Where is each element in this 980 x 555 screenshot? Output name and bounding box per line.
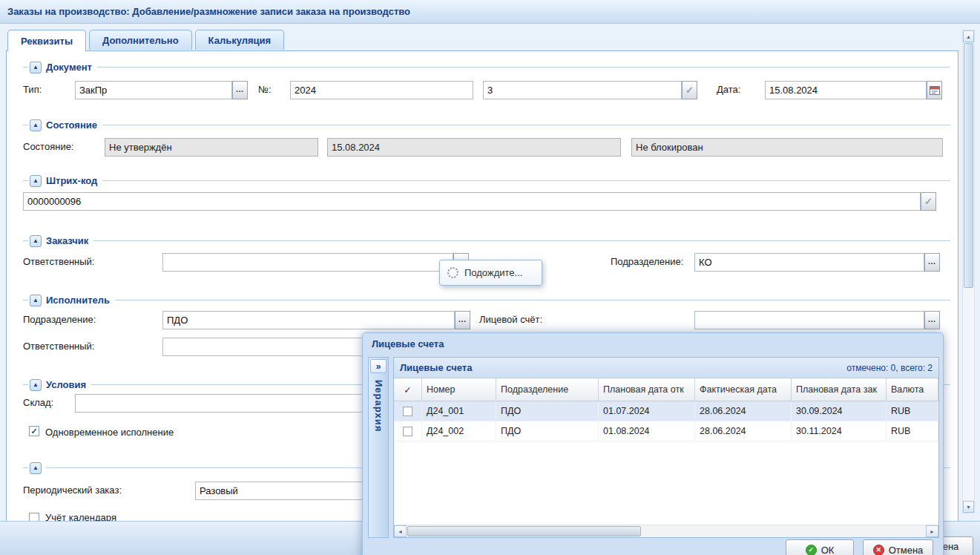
doc-date-field[interactable] [765, 81, 927, 99]
table-row[interactable]: Д24_002 ПДО 01.08.2024 28.06.2024 30.11.… [394, 421, 938, 441]
cancel-button[interactable]: ✕ Отмена [863, 539, 933, 555]
customer-responsible-field[interactable] [162, 253, 453, 272]
column-header-planned-close[interactable]: Плановая дата зак [792, 378, 887, 401]
scroll-left-button[interactable]: ◄ [394, 525, 407, 537]
cell-planned-open: 01.07.2024 [599, 401, 695, 421]
state-label: Состояние: [23, 141, 73, 152]
scroll-up-button[interactable]: ▲ [963, 30, 974, 42]
button-label: Отмена [889, 545, 924, 555]
doc-date-picker-button[interactable] [927, 81, 942, 99]
column-label: Номер [427, 384, 455, 395]
collapse-icon[interactable]: ▲ [30, 119, 42, 131]
column-header-currency[interactable]: Валюта [887, 378, 938, 401]
cell-department: ПДО [496, 421, 599, 441]
cell-planned-close: 30.11.2024 [792, 421, 887, 441]
executor-account-browse-button[interactable]: … [924, 311, 940, 329]
vertical-scrollbar[interactable]: ▲ ▼ [962, 30, 975, 513]
doc-date-label: Дата: [717, 84, 740, 95]
simultaneous-checkbox[interactable]: ✓ [29, 426, 39, 436]
collapse-icon[interactable]: ▲ [30, 62, 42, 73]
legend-line [93, 240, 950, 241]
check-icon: ✓ [924, 197, 933, 206]
customer-department-field[interactable] [694, 253, 924, 272]
barcode-check-button[interactable]: ✓ [921, 192, 936, 211]
column-header-number[interactable]: Номер [422, 378, 496, 401]
horizontal-scrollbar[interactable]: ◄ ► [394, 525, 938, 537]
scroll-right-button[interactable]: ► [926, 525, 938, 537]
column-header-department[interactable]: Подразделение [496, 378, 599, 401]
legend-line [97, 67, 950, 68]
doc-number-year-field[interactable] [290, 81, 473, 99]
cell-currency: RUB [887, 421, 938, 441]
executor-responsible-label: Ответственный: [23, 341, 94, 352]
doc-type-browse-button[interactable]: … [232, 81, 248, 99]
doc-type-field[interactable] [75, 81, 232, 99]
hierarchy-panel-label: Иерархия [373, 380, 384, 432]
column-header-planned-open[interactable]: Плановая дата отк [599, 378, 695, 401]
accounts-window-titlebar[interactable]: Лицевые счета [363, 333, 943, 354]
simultaneous-label: Одновременное исполнение [45, 427, 174, 438]
row-checkbox[interactable] [403, 427, 412, 436]
customer-department-browse-button[interactable]: … [924, 253, 940, 272]
tab-label: Реквизиты [21, 36, 73, 47]
ellipsis-icon: … [236, 85, 245, 93]
doc-number-check-button[interactable]: ✓ [682, 81, 697, 99]
tab-kalkulyaciya[interactable]: Калькуляция [195, 30, 285, 50]
scroll-thumb[interactable] [407, 526, 641, 536]
column-header-check[interactable]: ✓ [394, 378, 422, 401]
periodic-order-label: Периодический заказ: [23, 485, 122, 496]
column-header-actual-date[interactable]: Фактическая дата [695, 378, 792, 401]
column-label: Плановая дата отк [603, 384, 684, 395]
cell-actual-date: 28.06.2024 [695, 421, 792, 441]
doc-number-label: №: [258, 84, 272, 95]
collapse-icon[interactable]: ▲ [30, 462, 42, 474]
ok-button[interactable]: ✓ ОК [786, 539, 854, 555]
executor-department-field[interactable] [162, 311, 455, 329]
expand-hierarchy-button[interactable]: » [370, 359, 387, 373]
barcode-field[interactable] [23, 192, 921, 211]
scroll-down-button[interactable]: ▼ [963, 501, 974, 513]
column-label: Фактическая дата [700, 384, 777, 395]
cell-planned-open: 01.08.2024 [599, 421, 695, 441]
state-date-field [327, 138, 621, 157]
accounts-grid: Лицевые счета отмечено: 0, всего: 2 ✓ Но… [393, 357, 939, 538]
fieldset-document-legend: ▲ Документ [23, 61, 950, 73]
calendar-checkbox[interactable] [29, 513, 39, 521]
accounts-window: Лицевые счета » Иерархия Лицевые счета о… [362, 332, 944, 555]
cell-actual-date: 28.06.2024 [695, 401, 792, 421]
doc-number-field[interactable] [483, 81, 682, 99]
button-label: ОК [821, 545, 835, 555]
cell-currency: RUB [887, 401, 938, 421]
fieldset-title: Состояние [46, 119, 97, 131]
collapse-icon[interactable]: ▲ [30, 235, 42, 247]
wait-text: Подождите... [464, 267, 522, 278]
executor-account-label: Лицевой счёт: [479, 314, 542, 325]
legend-line [102, 125, 950, 125]
tab-rekvizity[interactable]: Реквизиты [7, 30, 86, 51]
executor-account-field[interactable] [694, 311, 924, 329]
arrow-right-icon: ► [930, 529, 935, 534]
customer-responsible-label: Ответственный: [23, 256, 94, 267]
cell-number: Д24_001 [422, 401, 496, 421]
row-checkbox[interactable] [403, 407, 412, 416]
cancel-icon: ✕ [873, 545, 884, 555]
cell-planned-close: 30.09.2024 [792, 401, 887, 421]
accounts-window-title: Лицевые счета [372, 338, 444, 349]
grid-column-headers: ✓ Номер Подразделение Плановая дата отк … [394, 378, 938, 401]
legend-line [115, 300, 950, 301]
table-row[interactable]: Д24_001 ПДО 01.07.2024 28.06.2024 30.09.… [394, 401, 938, 421]
collapse-icon[interactable]: ▲ [30, 175, 42, 187]
collapse-icon[interactable]: ▲ [30, 295, 42, 306]
collapse-icon[interactable]: ▲ [30, 379, 42, 391]
tab-strip: Реквизиты Дополнительно Калькуляция [7, 30, 284, 51]
calendar-label: Учёт календаря [45, 512, 116, 521]
arrow-left-icon: ◄ [398, 529, 403, 534]
executor-department-browse-button[interactable]: … [455, 311, 470, 329]
checkmark-icon: ✓ [30, 427, 37, 436]
tab-dopolnitelno[interactable]: Дополнительно [89, 30, 192, 50]
state-status-field [105, 138, 318, 157]
scroll-thumb[interactable] [964, 43, 973, 288]
ellipsis-icon: … [928, 315, 937, 324]
fieldset-state-legend: ▲ Состояние [23, 119, 950, 131]
fieldset-executor-legend: ▲ Исполнитель [23, 294, 950, 306]
